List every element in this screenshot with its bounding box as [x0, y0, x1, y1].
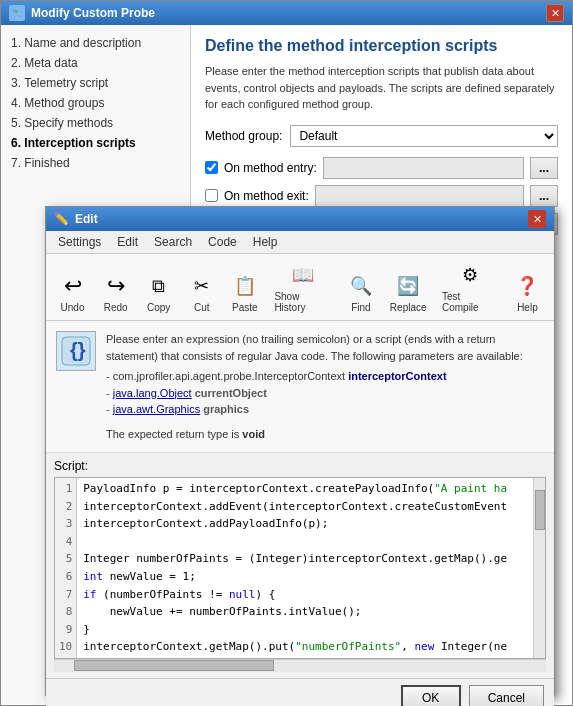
- test-compile-btn[interactable]: ⚙ Test Compile: [435, 258, 505, 316]
- sidebar-item-name-desc[interactable]: 1. Name and description: [1, 33, 190, 53]
- undo-icon: ↩: [59, 272, 87, 300]
- find-label: Find: [351, 302, 370, 313]
- info-box: {} Please enter an expression (no traili…: [46, 321, 554, 453]
- sidebar-item-interception-scripts[interactable]: 6. Interception scripts: [1, 133, 190, 153]
- menu-search[interactable]: Search: [146, 233, 200, 251]
- window-icon: 🔧: [9, 5, 25, 21]
- copy-label: Copy: [147, 302, 170, 313]
- on-method-exit-checkbox[interactable]: [205, 189, 218, 202]
- sidebar-item-method-groups[interactable]: 4. Method groups: [1, 93, 190, 113]
- show-history-icon: 📖: [289, 261, 317, 289]
- on-method-exit-label: On method exit:: [224, 189, 309, 203]
- cut-icon: ✂: [188, 272, 216, 300]
- undo-label: Undo: [61, 302, 85, 313]
- cancel-btn[interactable]: Cancel: [469, 685, 544, 706]
- main-window: 🔧 Modify Custom Probe ✕ 1. Name and desc…: [0, 0, 573, 706]
- content-title: Define the method interception scripts: [205, 37, 558, 55]
- menu-help[interactable]: Help: [245, 233, 286, 251]
- return-type-text: The expected return type is void: [106, 426, 544, 443]
- param-graphics: - java.awt.Graphics graphics: [106, 401, 544, 418]
- code-area[interactable]: PayloadInfo p = interceptorContext.creat…: [77, 478, 533, 658]
- on-method-exit-dots-btn[interactable]: ...: [530, 185, 558, 207]
- window-title: Modify Custom Probe: [31, 6, 155, 20]
- param-current-object: - java.lang.Object currentObject: [106, 385, 544, 402]
- scrollbar-h-track[interactable]: [54, 659, 546, 672]
- show-history-label: Show History: [274, 291, 331, 313]
- scrollbar-thumb[interactable]: [535, 490, 545, 530]
- method-group-label: Method group:: [205, 129, 282, 143]
- cut-label: Cut: [194, 302, 210, 313]
- edit-title-bar: ✏️ Edit ✕: [46, 207, 554, 231]
- menu-edit[interactable]: Edit: [109, 233, 146, 251]
- script-section: Script: 12345 678910 PayloadInfo p = int…: [46, 453, 554, 678]
- edit-title: Edit: [75, 212, 98, 226]
- redo-btn[interactable]: ↪ Redo: [95, 269, 136, 316]
- param-interceptor-context: - com.jprofiler.api.agent.probe.Intercep…: [106, 368, 544, 385]
- scrollbar-horizontal[interactable]: [54, 659, 546, 672]
- sidebar-item-specify-methods[interactable]: 5. Specify methods: [1, 113, 190, 133]
- on-method-entry-row: On method entry: PayloadInfo p = interce…: [205, 157, 558, 179]
- find-icon: 🔍: [347, 272, 375, 300]
- sidebar-item-meta-data[interactable]: 2. Meta data: [1, 53, 190, 73]
- undo-btn[interactable]: ↩ Undo: [52, 269, 93, 316]
- help-btn[interactable]: ❓ Help: [507, 269, 548, 316]
- replace-btn[interactable]: 🔄 Replace: [383, 269, 433, 316]
- title-bar: 🔧 Modify Custom Probe ✕: [1, 1, 572, 25]
- edit-dialog: ✏️ Edit ✕ Settings Edit Search Code Help…: [45, 206, 555, 696]
- replace-icon: 🔄: [394, 272, 422, 300]
- ok-btn[interactable]: OK: [401, 685, 461, 706]
- show-history-btn[interactable]: 📖 Show History: [267, 258, 338, 316]
- script-editor[interactable]: 12345 678910 PayloadInfo p = interceptor…: [54, 477, 546, 659]
- help-label: Help: [517, 302, 538, 313]
- test-compile-label: Test Compile: [442, 291, 498, 313]
- find-btn[interactable]: 🔍 Find: [340, 269, 381, 316]
- edit-menu-bar: Settings Edit Search Code Help: [46, 231, 554, 254]
- dialog-footer: OK Cancel: [46, 678, 554, 706]
- edit-icon: ✏️: [54, 212, 69, 226]
- on-method-exit-row: On method exit: ...: [205, 185, 558, 207]
- scrollbar-vertical[interactable]: [533, 478, 545, 658]
- method-group-row: Method group: Default: [205, 125, 558, 147]
- on-method-entry-checkbox[interactable]: [205, 161, 218, 174]
- sidebar-item-telemetry[interactable]: 3. Telemetry script: [1, 73, 190, 93]
- edit-toolbar: ↩ Undo ↪ Redo ⧉ Copy ✂ Cut 📋 Paste 📖 Sho: [46, 254, 554, 321]
- info-text-block: Please enter an expression (no trailing …: [106, 331, 544, 442]
- scrollbar-h-thumb[interactable]: [74, 660, 274, 671]
- script-label: Script:: [54, 459, 546, 473]
- replace-label: Replace: [390, 302, 427, 313]
- edit-close-btn[interactable]: ✕: [528, 210, 546, 228]
- svg-text:{}: {}: [70, 339, 86, 361]
- on-method-entry-field[interactable]: PayloadInfo p = interceptorContext: [323, 157, 524, 179]
- line-numbers: 12345 678910: [55, 478, 77, 658]
- method-group-select[interactable]: Default: [290, 125, 558, 147]
- paste-icon: 📋: [231, 272, 259, 300]
- on-method-entry-label: On method entry:: [224, 161, 317, 175]
- redo-label: Redo: [104, 302, 128, 313]
- cut-btn[interactable]: ✂ Cut: [181, 269, 222, 316]
- info-icon: {}: [56, 331, 96, 371]
- paste-label: Paste: [232, 302, 258, 313]
- copy-icon: ⧉: [145, 272, 173, 300]
- content-desc: Please enter the method interception scr…: [205, 63, 558, 113]
- main-close-btn[interactable]: ✕: [546, 4, 564, 22]
- test-compile-icon: ⚙: [456, 261, 484, 289]
- sidebar-item-finished[interactable]: 7. Finished: [1, 153, 190, 173]
- copy-btn[interactable]: ⧉ Copy: [138, 269, 179, 316]
- paste-btn[interactable]: 📋 Paste: [224, 269, 265, 316]
- menu-settings[interactable]: Settings: [50, 233, 109, 251]
- redo-icon: ↪: [102, 272, 130, 300]
- on-method-exit-field[interactable]: [315, 185, 524, 207]
- info-main-text: Please enter an expression (no trailing …: [106, 331, 544, 364]
- menu-code[interactable]: Code: [200, 233, 245, 251]
- help-icon: ❓: [513, 272, 541, 300]
- on-method-entry-dots-btn[interactable]: ...: [530, 157, 558, 179]
